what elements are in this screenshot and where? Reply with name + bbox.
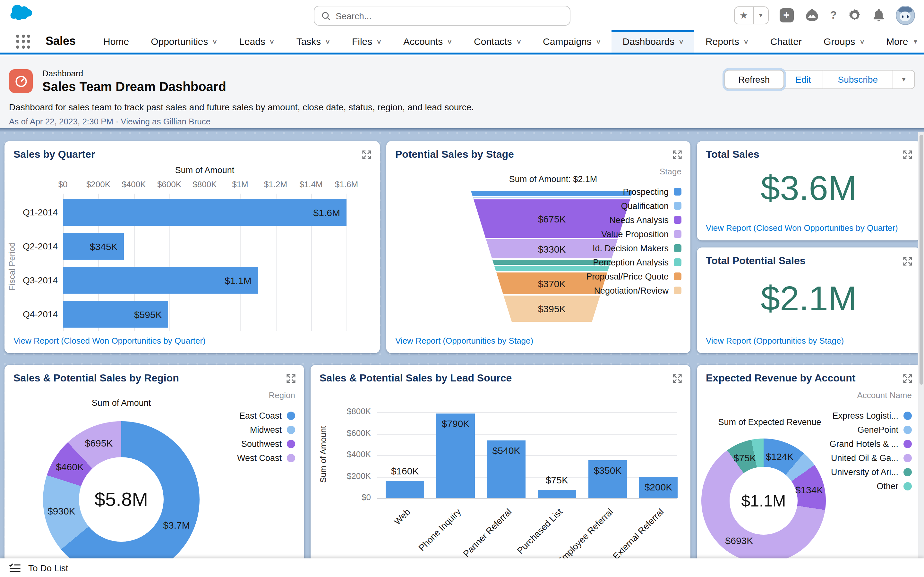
- category-label: Q3-2014: [5, 267, 58, 293]
- tab-files[interactable]: Files∨: [341, 30, 393, 53]
- scrollbar[interactable]: [918, 132, 924, 577]
- favorites-star-icon[interactable]: ★: [734, 7, 754, 23]
- legend-swatch: [674, 244, 682, 252]
- quick-add-icon[interactable]: +: [779, 8, 793, 22]
- subscribe-button[interactable]: Subscribe: [823, 70, 893, 89]
- chevron-down-icon: ∨: [596, 38, 602, 45]
- more-actions-dropdown[interactable]: ▼: [893, 70, 915, 89]
- axis-tick-label: $1.6M: [325, 179, 368, 189]
- favorites-button[interactable]: ★ ▼: [734, 6, 768, 24]
- legend-swatch: [674, 272, 682, 280]
- favorites-dropdown-icon[interactable]: ▼: [754, 7, 768, 23]
- user-avatar[interactable]: [896, 5, 915, 25]
- chevron-down-icon: ∨: [515, 38, 522, 45]
- segment-value-label: $930K: [47, 506, 75, 516]
- legend-item: Proposal/Price Quote: [586, 269, 682, 284]
- metric-value: $3.6M: [697, 168, 921, 208]
- expand-icon[interactable]: [672, 150, 682, 160]
- setup-gear-icon[interactable]: [848, 8, 862, 22]
- expand-icon[interactable]: [903, 150, 913, 160]
- funnel-segment-negotiation-review[interactable]: $395K: [471, 294, 633, 322]
- card-total-sales: Total Sales $3.6M View Report (Closed Wo…: [697, 141, 921, 240]
- dashboard-description: Dashboard for sales team to track past s…: [9, 102, 474, 112]
- card-sales-by-quarter: Sales by Quarter Sum of Amount Fiscal Pe…: [5, 141, 380, 353]
- axis-tick-label: $400K: [331, 450, 371, 459]
- view-report-link[interactable]: View Report (Closed Won Opportunities by…: [13, 336, 206, 346]
- dashboard-page-header: Dashboard Sales Team Dream Dashboard Das…: [0, 56, 924, 128]
- bar-value-label: $1.1M: [63, 267, 252, 293]
- quarter-chart: $0$200K$400K$600K$800K$1M$1.2M$1.4M$1.6M…: [5, 141, 380, 353]
- chevron-down-icon: ∨: [678, 38, 684, 45]
- gridline: [377, 412, 677, 413]
- bar-web[interactable]: [386, 481, 424, 498]
- donut-total-label: $5.8M: [79, 457, 164, 542]
- view-report-link[interactable]: View Report (Opportunities by Stage): [395, 336, 533, 346]
- global-search[interactable]: [314, 6, 570, 26]
- segment-value-label: $124K: [766, 451, 794, 462]
- view-report-link[interactable]: View Report (Opportunities by Stage): [706, 336, 844, 346]
- tab-dashboards[interactable]: Dashboards∨: [612, 30, 695, 53]
- tab-leads[interactable]: Leads∨: [228, 30, 285, 53]
- tab-tasks[interactable]: Tasks∨: [286, 30, 341, 53]
- tab-chatter[interactable]: Chatter: [759, 30, 813, 53]
- tab-groups[interactable]: Groups∨: [813, 30, 875, 53]
- dashboard-meta: As of Apr 22, 2023, 2:30 PM · Viewing as…: [9, 117, 210, 126]
- bar-purchased-list[interactable]: [538, 490, 576, 498]
- card-title[interactable]: Potential Sales by Stage: [395, 149, 514, 160]
- legend-item: Perception Analysis: [593, 255, 682, 269]
- app-launcher-icon[interactable]: [16, 34, 30, 48]
- global-header: ★ ▼ + ?: [0, 0, 924, 30]
- legend-item: Id. Decision Makers: [593, 241, 682, 255]
- axis-tick-label: $800K: [331, 406, 371, 416]
- card-title[interactable]: Total Potential Sales: [706, 255, 806, 267]
- guidance-center-icon[interactable]: [804, 8, 819, 22]
- legend-swatch: [674, 287, 682, 294]
- todo-list-bar[interactable]: To Do List: [0, 558, 924, 577]
- stage-legend: StageProspectingQualificationNeeds Analy…: [586, 167, 682, 298]
- segment-value-label: $134K: [795, 485, 823, 496]
- tab-contacts[interactable]: Contacts∨: [463, 30, 532, 53]
- legend-swatch: [674, 230, 682, 238]
- bar-value-label: $350K: [575, 465, 640, 476]
- app-name: Sales: [45, 35, 76, 48]
- bar-value-label: $595K: [63, 301, 162, 327]
- donut-total-label: $1.1M: [730, 467, 798, 535]
- search-input[interactable]: [336, 11, 570, 21]
- legend-swatch: [674, 258, 682, 266]
- tab-home[interactable]: Home: [92, 30, 140, 53]
- bar-value-label: $345K: [63, 233, 118, 259]
- bar-value-label: $540K: [474, 445, 538, 456]
- segment-value-label: $3.7M: [163, 520, 190, 531]
- scrollbar-thumb[interactable]: [919, 135, 923, 385]
- tab-more[interactable]: More▼: [875, 30, 924, 53]
- expand-icon[interactable]: [903, 256, 913, 266]
- legend-item: Negotiation/Review: [594, 284, 682, 298]
- segment-value-label: $693K: [725, 535, 753, 546]
- legend-item: Prospecting: [623, 185, 682, 199]
- chevron-down-icon: ∨: [269, 38, 275, 45]
- help-icon[interactable]: ?: [830, 9, 837, 21]
- chevron-down-icon: ∨: [447, 38, 453, 45]
- account-chart: $1.1M$124K$134K$693K$75K: [697, 365, 921, 564]
- axis-tick-label: $0: [331, 492, 371, 502]
- tab-opportunities[interactable]: Opportunities∨: [140, 30, 228, 53]
- tab-reports[interactable]: Reports∨: [695, 30, 759, 53]
- bar-value-label: $790K: [423, 418, 488, 429]
- legend-item: Value Proposition: [601, 227, 682, 241]
- category-label: Q1-2014: [5, 199, 58, 226]
- tab-campaigns[interactable]: Campaigns∨: [532, 30, 612, 53]
- edit-button[interactable]: Edit: [784, 70, 823, 89]
- refresh-button[interactable]: Refresh: [724, 70, 784, 89]
- nav-tabs: HomeOpportunities∨Leads∨Tasks∨Files∨Acco…: [92, 30, 924, 53]
- card-potential-sales-by-stage: Potential Sales by Stage Sum of Amount: …: [386, 141, 690, 353]
- notifications-bell-icon[interactable]: [873, 8, 885, 22]
- tab-accounts[interactable]: Accounts∨: [393, 30, 463, 53]
- dashboard-canvas: Sales by Quarter Sum of Amount Fiscal Pe…: [0, 128, 924, 577]
- salesforce-window: ★ ▼ + ? Sales HomeOpportunities∨Leads∨Ta…: [0, 0, 924, 577]
- lead-chart: $0$200K$400K$600K$800K$160KWeb$790KPhone…: [310, 365, 690, 564]
- view-report-link[interactable]: View Report (Closed Won Opportunities by…: [706, 223, 898, 233]
- card-sales-by-lead-source: Sales & Potential Sales by Lead Source S…: [310, 365, 690, 564]
- card-title[interactable]: Total Sales: [706, 149, 759, 160]
- search-icon: [321, 11, 330, 20]
- card-total-potential-sales: Total Potential Sales $2.1M View Report …: [697, 247, 921, 353]
